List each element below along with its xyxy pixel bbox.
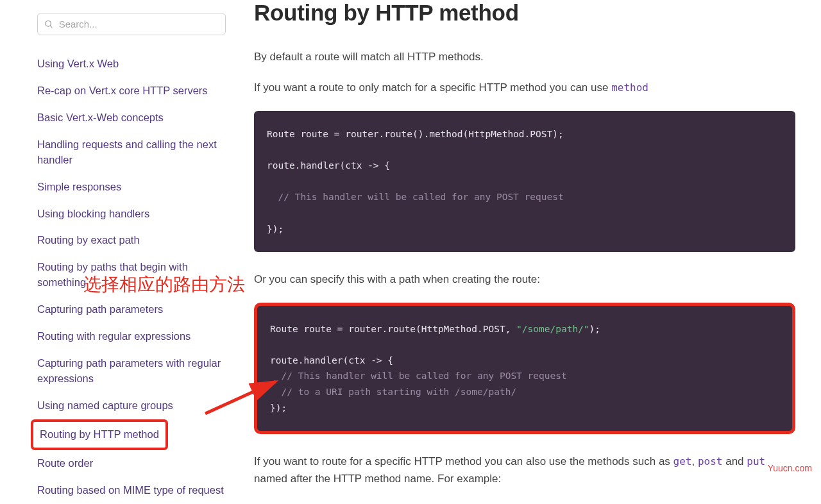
code-block-1: Route route = router.route().method(Http…	[254, 111, 795, 252]
sidebar-item-named-capture-groups[interactable]: Using named capture groups	[37, 392, 231, 419]
paragraph-1: By default a route will match all HTTP m…	[254, 49, 795, 65]
annotation-label: 选择相应的路由方法	[83, 273, 245, 297]
main-content: Routing by HTTP method By default a rout…	[237, 0, 821, 504]
sidebar-item-blocking-handlers[interactable]: Using blocking handlers	[37, 201, 231, 228]
sidebar-item-handling-requests[interactable]: Handling requests and calling the next h…	[37, 131, 231, 174]
sidebar-item-basic-concepts[interactable]: Basic Vert.x-Web concepts	[37, 105, 231, 131]
paragraph-4: If you want to route for a specific HTTP…	[254, 453, 795, 487]
svg-point-0	[46, 21, 51, 26]
search-input-wrapper[interactable]	[37, 13, 226, 35]
post-link[interactable]: post	[698, 455, 723, 467]
sidebar-item-route-order[interactable]: Route order	[37, 450, 231, 477]
sidebar-item-routing-exact-path[interactable]: Routing by exact path	[37, 227, 231, 254]
sidebar-item-capturing-path-params[interactable]: Capturing path parameters	[37, 296, 231, 323]
watermark: Yuucn.com	[768, 463, 812, 473]
paragraph-3: Or you can specify this with a path when…	[254, 271, 795, 288]
sidebar-item-simple-responses[interactable]: Simple responses	[37, 174, 231, 201]
search-icon	[44, 19, 54, 29]
code-block-2: Route route = router.route(HttpMethod.PO…	[254, 303, 795, 435]
search-input[interactable]	[59, 19, 219, 29]
page-title: Routing by HTTP method	[254, 0, 795, 26]
put-link[interactable]: put	[747, 455, 765, 467]
get-link[interactable]: get	[673, 455, 692, 467]
sidebar: Using Vert.x Web Re-cap on Vert.x core H…	[0, 0, 237, 504]
paragraph-2: If you want a route to only match for a …	[254, 80, 795, 96]
sidebar-item-routing-regex[interactable]: Routing with regular expressions	[37, 323, 231, 350]
sidebar-item-using-vertx-web[interactable]: Using Vert.x Web	[37, 51, 231, 78]
sidebar-item-routing-mime-type[interactable]: Routing based on MIME type of request	[37, 477, 231, 504]
method-link[interactable]: method	[611, 81, 648, 94]
sidebar-item-capturing-regex-params[interactable]: Capturing path parameters with regular e…	[37, 350, 231, 392]
svg-line-1	[50, 25, 52, 27]
sidebar-item-routing-http-method[interactable]: Routing by HTTP method	[31, 419, 168, 450]
sidebar-item-recap-core-http[interactable]: Re-cap on Vert.x core HTTP servers	[37, 78, 231, 105]
